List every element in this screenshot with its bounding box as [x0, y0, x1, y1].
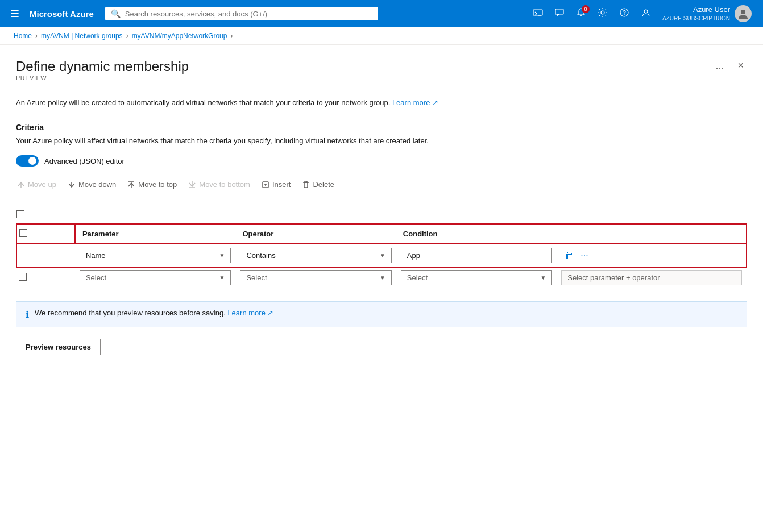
move-up-button[interactable]: Move up: [16, 178, 57, 191]
row-checkbox-3[interactable]: [19, 273, 27, 281]
header-operator: Operator: [235, 224, 396, 244]
search-input[interactable]: [125, 10, 372, 18]
svg-rect-2: [555, 9, 563, 14]
svg-point-6: [644, 10, 648, 13]
toggle-knob: [28, 157, 36, 165]
main-content: Define dynamic membership PREVIEW ... × …: [0, 45, 763, 531]
operator-dropdown[interactable]: Contains ▼: [240, 248, 391, 263]
header-condition: Condition: [396, 224, 557, 244]
row-checkbox-1[interactable]: [16, 210, 24, 218]
svg-text:?: ?: [623, 10, 626, 16]
chevron-icon-sel1: ▼: [219, 275, 225, 281]
svg-rect-0: [533, 10, 542, 15]
svg-rect-17: [304, 182, 308, 188]
breadcrumb-app-network-group[interactable]: myAVNM/myAppNetworkGroup: [132, 32, 227, 40]
settings-icon[interactable]: [593, 4, 612, 24]
select-dropdown-2[interactable]: Select ▼: [240, 270, 391, 285]
learn-more-link-1[interactable]: Learn more ↗: [392, 98, 438, 107]
criteria-select-row: Select ▼ Select ▼ Select ▼: [16, 267, 747, 288]
description-text: An Azure policy will be created to autom…: [16, 97, 747, 109]
ellipsis-button[interactable]: ...: [712, 59, 727, 73]
help-icon[interactable]: ?: [615, 4, 634, 24]
search-icon: 🔍: [111, 9, 121, 18]
feedback-icon[interactable]: [550, 4, 569, 24]
criteria-table: Parameter Operator Condition Name ▼ Cont…: [16, 207, 747, 288]
select-dropdown-1[interactable]: Select ▼: [80, 270, 231, 285]
notification-badge: 8: [582, 5, 590, 13]
criteria-header-row: Parameter Operator Condition: [16, 224, 747, 244]
parameter-dropdown[interactable]: Name ▼: [80, 248, 231, 263]
chevron-icon-sel3: ▼: [540, 275, 546, 281]
learn-more-link-2[interactable]: Learn more ↗: [227, 309, 273, 317]
header-action: [557, 224, 747, 244]
user-avatar: [735, 5, 752, 22]
row-actions: 🗑 ···: [559, 250, 744, 262]
criteria-row-empty: [16, 207, 747, 224]
delete-row-button[interactable]: 🗑: [563, 250, 575, 262]
json-editor-toggle-row: Advanced (JSON) editor: [16, 155, 747, 167]
breadcrumb-network-groups[interactable]: myAVNM | Network groups: [41, 32, 123, 40]
info-box: ℹ We recommend that you preview resource…: [16, 301, 747, 327]
menu-icon[interactable]: ☰: [7, 4, 23, 23]
page-subtitle: PREVIEW: [16, 74, 189, 81]
move-down-button[interactable]: Move down: [67, 178, 117, 191]
user-profile[interactable]: Azure User AZURE SUBSCRIPTIUON: [658, 3, 756, 24]
criteria-label: Criteria: [16, 123, 747, 132]
svg-point-7: [741, 10, 745, 14]
condition-placeholder: Select parameter + operator: [561, 270, 742, 285]
criteria-data-row-1: Name ▼ Contains ▼ 🗑 ···: [16, 244, 747, 267]
user-name: Azure User: [662, 5, 730, 15]
header-parameter: Parameter: [75, 224, 235, 244]
criteria-toolbar: Move up Move down Move to top Move to bo…: [16, 178, 747, 196]
page-title: Define dynamic membership: [16, 59, 189, 74]
brand-name: Microsoft Azure: [30, 9, 94, 19]
toggle-label: Advanced (JSON) editor: [44, 157, 125, 165]
insert-button[interactable]: Insert: [260, 178, 292, 191]
search-bar[interactable]: 🔍: [105, 7, 378, 20]
topnav-icons: 8 ? Azure User AZURE SUBSCRIPTIUON: [528, 3, 756, 24]
json-editor-toggle[interactable]: [16, 155, 39, 167]
breadcrumb-home[interactable]: Home: [14, 32, 32, 40]
info-icon: ℹ: [26, 309, 29, 320]
condition-input[interactable]: [401, 248, 552, 263]
row-checkbox-2[interactable]: [19, 229, 27, 237]
move-to-top-button[interactable]: Move to top: [126, 178, 178, 191]
delete-button[interactable]: Delete: [301, 178, 335, 191]
close-button[interactable]: ×: [734, 59, 747, 73]
preview-resources-button[interactable]: Preview resources: [16, 339, 101, 355]
page-title-row: Define dynamic membership PREVIEW ... ×: [16, 59, 747, 95]
move-to-bottom-button[interactable]: Move to bottom: [187, 178, 251, 191]
directory-icon[interactable]: [636, 4, 656, 24]
breadcrumb: Home › myAVNM | Network groups › myAVNM/…: [0, 27, 763, 45]
chevron-icon-sel2: ▼: [380, 275, 385, 281]
select-dropdown-3[interactable]: Select ▼: [401, 270, 552, 285]
criteria-description: Your Azure policy will affect virtual ne…: [16, 135, 747, 147]
svg-point-3: [601, 11, 604, 14]
top-navigation: ☰ Microsoft Azure 🔍 8 ? Azure User AZURE…: [0, 0, 763, 27]
more-options-button[interactable]: ···: [579, 250, 589, 262]
cloud-shell-icon[interactable]: [528, 4, 548, 24]
user-subscription: AZURE SUBSCRIPTIUON: [662, 15, 730, 22]
chevron-icon-param: ▼: [219, 252, 225, 259]
notifications-icon[interactable]: 8: [571, 4, 591, 24]
chevron-icon-op: ▼: [380, 252, 385, 259]
page-title-actions: ... ×: [712, 59, 747, 73]
